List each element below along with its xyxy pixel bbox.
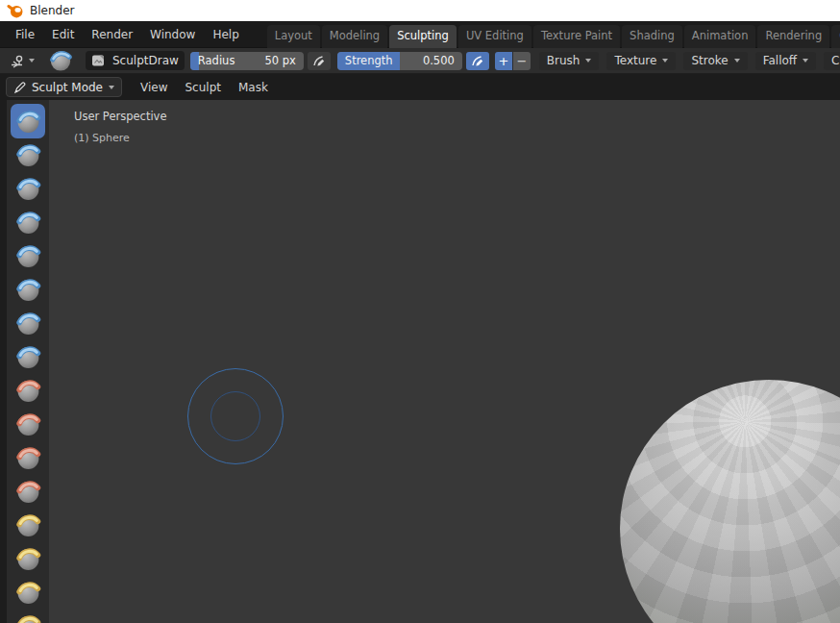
dropdown-label: Texture (614, 54, 656, 67)
brush-icon-pinch (15, 479, 41, 505)
menu-window[interactable]: Window (141, 23, 204, 46)
mode-label: Sculpt Mode (32, 81, 103, 94)
tool-clay-strips[interactable] (13, 208, 42, 237)
tab-layout[interactable]: Layout (267, 25, 320, 48)
radius-pressure-button[interactable] (308, 52, 331, 70)
tool-grab[interactable] (13, 511, 42, 539)
tool-inflate[interactable] (13, 275, 42, 304)
strength-pressure-button[interactable] (466, 52, 489, 70)
editor-type-icon (10, 53, 26, 68)
mode-selector[interactable]: Sculpt Mode (6, 77, 122, 97)
tool-settings-bar: SculptDraw Radius 50 px Strength 0.500 (0, 48, 840, 74)
tool-crease[interactable] (13, 342, 42, 371)
chevron-down-icon (109, 86, 114, 89)
chevron-down-icon (803, 59, 808, 62)
tab-rendering[interactable]: Rendering (757, 25, 829, 48)
dropdown-label: Brush (547, 54, 581, 67)
view-name-text: User Perspective (74, 110, 166, 123)
tab-sculpting[interactable]: Sculpting (389, 25, 457, 48)
tool-draw[interactable] (13, 107, 42, 136)
stylus-pressure-icon (312, 54, 326, 67)
topbar: FileEditRenderWindowHelp LayoutModelingS… (0, 21, 840, 48)
radius-slider[interactable]: Radius 50 px (190, 52, 304, 70)
brush-icon-fill (15, 445, 41, 471)
chevron-down-icon (585, 59, 591, 62)
sphere-object (620, 380, 840, 623)
brush-icon-draw-sharp (15, 142, 41, 168)
stylus-pressure-icon (471, 54, 484, 67)
viewport-3d[interactable]: User Perspective (1) Sphere (0, 100, 840, 623)
brush-icon-inflate (15, 277, 41, 303)
brush-name-field[interactable]: SculptDraw (86, 51, 185, 70)
tab-shading[interactable]: Shading (622, 25, 682, 48)
blender-logo-icon (7, 3, 23, 18)
tool-draw-sharp[interactable] (13, 140, 42, 169)
tab-uv-editing[interactable]: UV Editing (458, 25, 531, 48)
editor-type-selector[interactable] (6, 50, 38, 71)
add-brush-button[interactable]: + (495, 52, 512, 70)
chevron-down-icon (662, 59, 668, 62)
brush-datablock-icon (91, 54, 105, 67)
menu-help[interactable]: Help (204, 23, 247, 46)
tool-layer[interactable] (13, 241, 42, 270)
dropdown-label: Stroke (691, 54, 728, 67)
dropdown-stroke[interactable]: Stroke (683, 52, 747, 70)
sculpt-mode-icon (13, 81, 26, 94)
dropdown-falloff[interactable]: Falloff (755, 52, 816, 70)
tool-clay[interactable] (13, 174, 42, 203)
brush-icon-draw (15, 109, 41, 135)
menubar-menus: FileEditRenderWindowHelp (7, 23, 248, 46)
brush-icon-clay-strips (15, 210, 41, 236)
viewport-header: Sculpt Mode ViewSculptMask (0, 74, 840, 100)
viewport-menu-mask[interactable]: Mask (230, 76, 277, 99)
window-title: Blender (30, 4, 75, 17)
dropdown-label: Cursor (831, 54, 840, 67)
chevron-down-icon (734, 59, 740, 62)
dropdown-cursor[interactable]: Cursor (824, 52, 840, 70)
viewport-menus: ViewSculptMask (132, 76, 277, 99)
tool-fill[interactable] (13, 443, 42, 472)
brush-icon-grab (15, 512, 41, 538)
brush-name: SculptDraw (112, 54, 179, 67)
dropdown-texture[interactable]: Texture (606, 52, 676, 70)
radius-label: Radius (198, 54, 235, 67)
chevron-down-icon (29, 59, 35, 62)
active-brush-preview-icon[interactable] (49, 49, 72, 72)
tab-animation[interactable]: Animation (684, 25, 756, 48)
workspace-tabs: LayoutModelingSculptingUV EditingTexture… (267, 21, 840, 48)
viewport-overlay: User Perspective (1) Sphere (74, 110, 166, 144)
brush-add-remove-group: + − (495, 52, 531, 70)
tab-texture-paint[interactable]: Texture Paint (533, 25, 620, 48)
tool-dropdowns: BrushTextureStrokeFalloffCursor (539, 52, 840, 70)
remove-brush-button[interactable]: − (513, 52, 531, 70)
os-titlebar: Blender (0, 0, 840, 21)
radius-value: 50 px (264, 54, 295, 67)
strength-value: 0.500 (423, 54, 455, 67)
brush-icon-smooth (15, 378, 41, 404)
strength-slider[interactable]: Strength 0.500 (337, 52, 462, 70)
tool-elastic-deform[interactable] (13, 544, 42, 573)
dropdown-label: Falloff (763, 54, 797, 67)
brush-icon-blob (15, 311, 41, 336)
viewport-menu-view[interactable]: View (132, 76, 176, 99)
menu-edit[interactable]: Edit (43, 23, 83, 46)
dropdown-brush[interactable]: Brush (539, 52, 600, 70)
tool-snake-hook[interactable] (13, 578, 42, 607)
menu-file[interactable]: File (7, 23, 43, 46)
viewport-menu-sculpt[interactable]: Sculpt (176, 76, 229, 99)
tool-blob[interactable] (13, 309, 42, 337)
tool-thumb[interactable] (13, 611, 42, 623)
brush-icon-flatten (15, 411, 41, 437)
strength-label: Strength (345, 54, 393, 67)
menu-render[interactable]: Render (83, 23, 141, 46)
brush-cursor (187, 368, 284, 464)
tool-flatten[interactable] (13, 410, 42, 438)
tab-compositing[interactable]: Compositing (831, 25, 840, 48)
brush-icon-elastic-deform (15, 546, 41, 572)
brush-icon-layer (15, 243, 41, 269)
tool-smooth[interactable] (13, 376, 42, 405)
brush-icon-snake-hook (15, 580, 41, 606)
tab-modeling[interactable]: Modeling (322, 25, 387, 48)
brush-icon-thumb (15, 613, 41, 623)
tool-pinch[interactable] (13, 477, 42, 506)
